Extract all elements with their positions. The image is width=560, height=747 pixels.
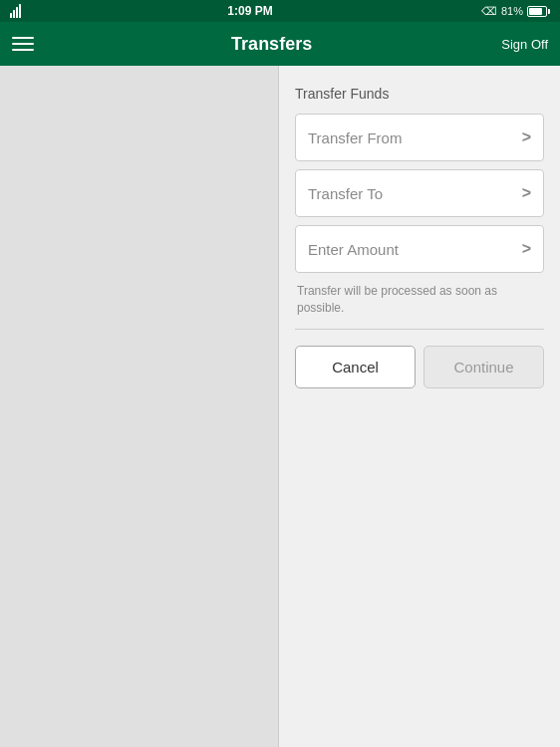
signal-icon (10, 4, 24, 18)
battery-icon (527, 6, 550, 17)
transfer-from-label: Transfer From (308, 129, 402, 146)
transfer-to-chevron-icon: > (522, 184, 531, 202)
status-bar-right: ⌫ 81% (470, 5, 550, 18)
menu-line-3 (12, 49, 34, 51)
status-bar-left (10, 4, 30, 18)
bluetooth-icon: ⌫ (481, 5, 497, 18)
transfer-to-field[interactable]: Transfer To > (295, 169, 544, 217)
transfer-to-label: Transfer To (308, 185, 383, 202)
enter-amount-label: Enter Amount (308, 241, 399, 258)
sidebar (0, 66, 279, 747)
svg-rect-3 (19, 4, 21, 18)
status-bar-time: 1:09 PM (30, 4, 470, 18)
status-bar: 1:09 PM ⌫ 81% (0, 0, 560, 22)
enter-amount-field[interactable]: Enter Amount > (295, 225, 544, 273)
transfer-from-chevron-icon: > (522, 128, 531, 146)
menu-line-1 (12, 37, 34, 39)
sign-off-button[interactable]: Sign Off (501, 37, 548, 52)
transfer-from-field[interactable]: Transfer From > (295, 114, 544, 161)
info-text: Transfer will be processed as soon as po… (297, 283, 544, 317)
app-header: Transfers Sign Off (0, 22, 560, 66)
battery-percent: 81% (501, 5, 523, 17)
enter-amount-chevron-icon: > (522, 240, 531, 258)
divider (295, 329, 544, 330)
continue-button[interactable]: Continue (423, 346, 544, 388)
cancel-button[interactable]: Cancel (295, 346, 416, 388)
svg-rect-1 (13, 10, 15, 18)
svg-rect-2 (16, 7, 18, 18)
buttons-row: Cancel Continue (295, 346, 544, 388)
menu-button[interactable] (12, 37, 42, 51)
page-title: Transfers (42, 34, 501, 55)
main-layout: Transfer Funds Transfer From > Transfer … (0, 66, 560, 747)
content-panel: Transfer Funds Transfer From > Transfer … (279, 66, 560, 747)
section-title: Transfer Funds (295, 86, 544, 102)
svg-rect-0 (10, 13, 12, 18)
menu-line-2 (12, 43, 34, 45)
